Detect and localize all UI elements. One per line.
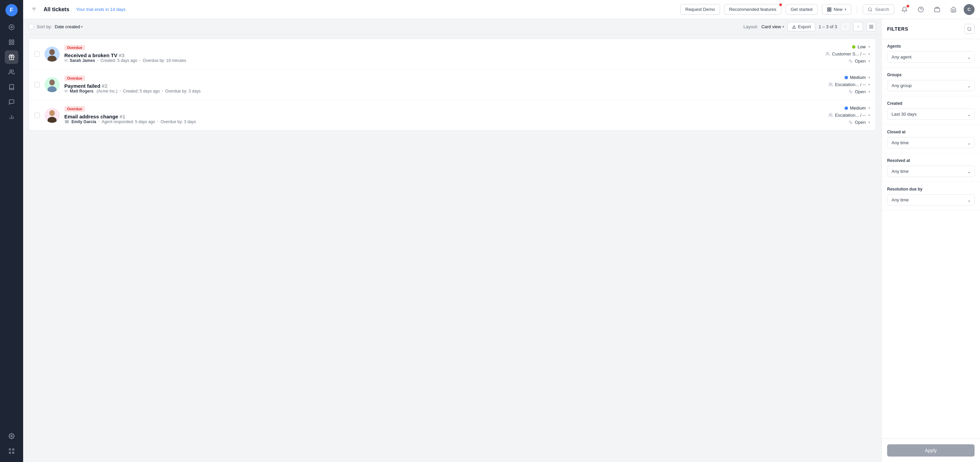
filter-resolved-label: Resolved at	[887, 158, 975, 163]
status-chevron-icon: ▾	[869, 59, 870, 63]
search-button[interactable]: Search	[862, 5, 894, 14]
get-started-button[interactable]: Get started	[785, 4, 817, 14]
filter-closed-select[interactable]: Any time Today Last 7 days Last 30 days	[887, 137, 975, 148]
new-button[interactable]: New ▾	[822, 4, 851, 14]
ticket-1-priority[interactable]: Low ▾	[852, 44, 870, 49]
marketplace-button[interactable]	[947, 3, 959, 16]
ticket-1-right: Low ▾ Customer S... / -- ▾	[802, 44, 870, 64]
priority-dot-icon	[852, 45, 856, 49]
filter-agents-section: Agents Any agent	[882, 39, 980, 68]
filter-created-section: Created Last 30 days Any time Today Last…	[882, 96, 980, 125]
phone-icon: ☎	[64, 119, 69, 124]
export-button[interactable]: Export	[788, 22, 815, 31]
filter-agents-select[interactable]: Any agent	[887, 51, 975, 63]
filter-title: FILTERS	[887, 26, 908, 32]
ticket-2-status[interactable]: Open ▾	[848, 89, 870, 94]
filter-groups-select[interactable]: Any group	[887, 80, 975, 91]
header-divider	[857, 5, 857, 14]
filter-resolved-select[interactable]: Any time Today Last 7 days Last 30 days	[887, 166, 975, 177]
ticket-1-group[interactable]: Customer S... / -- ▾	[826, 51, 870, 57]
sidebar: F	[0, 0, 23, 462]
filter-toggle-button[interactable]	[29, 4, 40, 15]
ticket-1-checkbox[interactable]	[34, 51, 40, 57]
ticket-list-container: Sort by: Date created ▾ Layout: Card vie…	[23, 19, 881, 462]
svg-rect-5	[12, 43, 14, 44]
filter-panel: FILTERS Agents Any agent Groups	[881, 19, 980, 462]
svg-rect-28	[869, 25, 871, 26]
svg-point-41	[49, 110, 55, 116]
layout-value[interactable]: Card view ▾	[761, 24, 784, 29]
ticket-3-right: Medium ▾ Escalation... / -- ▾	[802, 105, 870, 125]
filter-closed-section: Closed at Any time Today Last 7 days Las…	[882, 125, 980, 154]
table-row[interactable]: Overdue Payment failed #2 ✉ Matt Rogers …	[29, 70, 875, 100]
ticket-2-info: Overdue Payment failed #2 ✉ Matt Rogers …	[64, 76, 802, 94]
filter-created-label: Created	[887, 101, 975, 106]
ticket-2-checkbox[interactable]	[34, 82, 40, 87]
sort-by-label: Sort by:	[37, 24, 52, 29]
svg-point-39	[829, 83, 830, 84]
sidebar-item-reports[interactable]	[5, 110, 18, 124]
svg-rect-21	[830, 10, 831, 11]
filter-search-button[interactable]	[964, 24, 975, 34]
svg-point-44	[968, 27, 971, 30]
ticket-2-priority[interactable]: Medium ▾	[845, 75, 870, 80]
filter-groups-wrapper: Any group	[887, 80, 975, 91]
filter-created-select[interactable]: Last 30 days Any time Today Last 7 days	[887, 108, 975, 120]
recommended-features-button[interactable]: Recommended features	[724, 4, 782, 14]
request-demo-button[interactable]: Request Demo	[680, 4, 720, 14]
integrations-button[interactable]	[931, 3, 943, 16]
prev-page-button[interactable]: ‹	[840, 22, 850, 31]
help-button[interactable]	[915, 3, 927, 16]
email-icon: ✉	[64, 58, 68, 63]
ticket-2-company: (Acme Inc.)	[95, 89, 118, 94]
sidebar-item-contacts[interactable]	[5, 65, 18, 79]
ticket-3-avatar	[45, 108, 60, 123]
filter-resolution-due-wrapper: Any time Today Last 7 days Last 30 days	[887, 194, 975, 205]
table-row[interactable]: Overdue Received a broken TV #3 ✉ Sarah …	[29, 39, 875, 70]
ticket-3-title: Email address change #1	[64, 114, 802, 119]
grid-view-button[interactable]	[866, 22, 876, 31]
table-row[interactable]: Overdue Email address change #1 ☎ Emily …	[29, 100, 875, 130]
status-chevron-icon: ▾	[869, 90, 870, 94]
sort-value[interactable]: Date created ▾	[55, 24, 83, 29]
sidebar-item-nav2[interactable]	[5, 35, 18, 49]
svg-rect-29	[872, 25, 873, 26]
sidebar-item-settings[interactable]	[5, 429, 18, 443]
pagination-text: 1 – 3 of 3	[819, 24, 837, 29]
ticket-1-status[interactable]: Open ▾	[848, 59, 870, 64]
filter-agents-wrapper: Any agent	[887, 51, 975, 63]
sidebar-item-chat[interactable]	[5, 95, 18, 109]
ticket-3-status[interactable]: Open ▾	[848, 120, 870, 125]
apply-filters-button[interactable]: Apply	[887, 444, 975, 457]
ticket-1-group-label: Customer S... / --	[832, 51, 865, 57]
sidebar-item-knowledge[interactable]	[5, 80, 18, 94]
filter-resolution-due-label: Resolution due by	[887, 187, 975, 192]
ticket-3-priority[interactable]: Medium ▾	[845, 105, 870, 111]
ticket-1-avatar	[45, 47, 60, 62]
toolbar: Sort by: Date created ▾ Layout: Card vie…	[23, 19, 881, 34]
ticket-2-group[interactable]: Escalation... / -- ▾	[829, 82, 870, 87]
search-label: Search	[875, 7, 889, 12]
ticket-3-group[interactable]: Escalation... / -- ▾	[829, 113, 870, 118]
filter-closed-wrapper: Any time Today Last 7 days Last 30 days	[887, 137, 975, 148]
ticket-list-area: Overdue Received a broken TV #3 ✉ Sarah …	[23, 34, 881, 462]
svg-rect-30	[869, 27, 871, 28]
sidebar-item-apps[interactable]	[5, 444, 18, 458]
next-page-button[interactable]: ›	[853, 22, 863, 31]
sidebar-item-home[interactable]	[5, 21, 18, 34]
ticket-3-priority-label: Medium	[850, 105, 865, 111]
priority-dot-icon	[845, 76, 848, 79]
svg-rect-12	[9, 452, 11, 454]
sidebar-logo[interactable]: F	[5, 4, 18, 16]
notifications-button[interactable]	[898, 3, 911, 16]
sidebar-item-tickets[interactable]	[5, 50, 18, 64]
user-avatar-button[interactable]: C	[964, 4, 975, 15]
ticket-3-checkbox[interactable]	[34, 113, 40, 118]
filter-closed-label: Closed at	[887, 130, 975, 134]
filter-resolution-due-select[interactable]: Any time Today Last 7 days Last 30 days	[887, 194, 975, 205]
select-all-checkbox[interactable]	[29, 24, 34, 29]
ticket-3-status-label: Open	[855, 120, 865, 125]
ticket-2-right: Medium ▾ Escalation... / -- ▾	[802, 75, 870, 94]
filter-apply-area: Apply	[882, 438, 980, 462]
group-chevron-icon: ▾	[869, 52, 870, 56]
